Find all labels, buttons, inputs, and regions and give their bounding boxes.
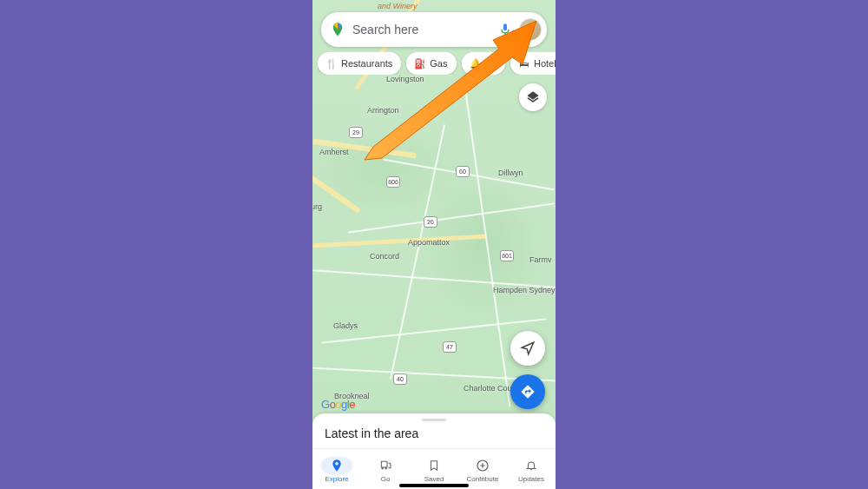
google-maps-logo-icon xyxy=(330,22,345,37)
bottom-sheet[interactable]: Latest in the area xyxy=(312,413,556,448)
home-indicator xyxy=(399,484,469,487)
sheet-title: Latest in the area xyxy=(325,426,543,440)
chip-label: Restaurants xyxy=(341,58,392,69)
route-shield: 40 xyxy=(393,373,407,385)
nav-explore[interactable]: Explore xyxy=(315,457,358,483)
transit-icon xyxy=(378,459,392,472)
plus-circle-icon xyxy=(476,459,490,472)
nav-contribute[interactable]: Contribute xyxy=(461,457,504,483)
city-label: Concord xyxy=(370,252,399,261)
city-label: Hampden Sydney xyxy=(493,287,556,295)
microphone-icon[interactable] xyxy=(498,23,512,36)
city-label: Arrington xyxy=(367,106,399,115)
location-arrow-icon xyxy=(520,340,536,356)
city-label: Farmv xyxy=(529,255,552,264)
nav-go[interactable]: Go xyxy=(364,457,407,483)
nav-saved[interactable]: Saved xyxy=(412,457,456,483)
my-location-button[interactable] xyxy=(510,331,545,366)
nav-label: Updates xyxy=(518,475,544,483)
directions-icon xyxy=(520,384,536,400)
route-shield: 601 xyxy=(500,250,514,261)
bed-icon: 🛏 xyxy=(519,58,529,69)
pin-icon xyxy=(330,459,344,472)
nav-label: Saved xyxy=(424,475,444,483)
poi-label-winery: and Winery xyxy=(378,2,417,10)
city-label: Lovingston xyxy=(386,75,424,83)
search-bar[interactable]: Search here xyxy=(321,12,547,47)
chip-label: Pa xyxy=(485,58,496,69)
nav-updates[interactable]: Updates xyxy=(510,457,553,483)
bell-outline-icon: 🔔 xyxy=(470,58,481,69)
profile-avatar-button[interactable] xyxy=(519,18,542,41)
route-shield: 47 xyxy=(443,341,457,353)
chip-hotels[interactable]: 🛏 Hotels xyxy=(510,52,556,75)
route-shield: 26 xyxy=(424,216,437,228)
layers-icon xyxy=(526,90,540,104)
bell-icon xyxy=(524,459,538,472)
nav-label: Explore xyxy=(325,475,348,483)
city-label: urg xyxy=(312,202,322,211)
route-shield: 60 xyxy=(456,166,470,177)
city-label: Amherst xyxy=(319,148,349,156)
search-placeholder: Search here xyxy=(352,23,491,36)
chip-label: Hotels xyxy=(534,58,556,69)
chip-restaurants[interactable]: 🍴 Restaurants xyxy=(318,52,401,75)
restaurant-icon: 🍴 xyxy=(326,58,337,69)
layers-button[interactable] xyxy=(519,83,547,111)
bottom-nav: Explore Go Saved Contribute Updates xyxy=(312,448,556,489)
city-label: Dillwyn xyxy=(498,169,523,177)
chip-parking[interactable]: 🔔 Pa xyxy=(462,52,505,75)
chip-gas[interactable]: ⛽ Gas xyxy=(406,52,456,75)
city-label: Gladys xyxy=(333,321,358,330)
city-label: Appomattox xyxy=(408,238,450,247)
bookmark-icon xyxy=(427,459,441,472)
nav-label: Contribute xyxy=(467,475,499,483)
google-watermark: Google xyxy=(321,398,355,411)
gas-icon: ⛽ xyxy=(415,58,425,69)
route-shield: 606 xyxy=(386,176,400,188)
category-chips-row: 🍴 Restaurants ⛽ Gas 🔔 Pa 🛏 Hotels xyxy=(318,52,556,75)
route-shield: 29 xyxy=(349,127,363,138)
phone-frame: and Winery Lovingston Arrington Amherst … xyxy=(312,0,556,489)
nav-label: Go xyxy=(381,475,391,483)
directions-button[interactable] xyxy=(510,374,545,409)
sheet-drag-handle[interactable] xyxy=(422,419,446,421)
chip-label: Gas xyxy=(430,58,447,69)
